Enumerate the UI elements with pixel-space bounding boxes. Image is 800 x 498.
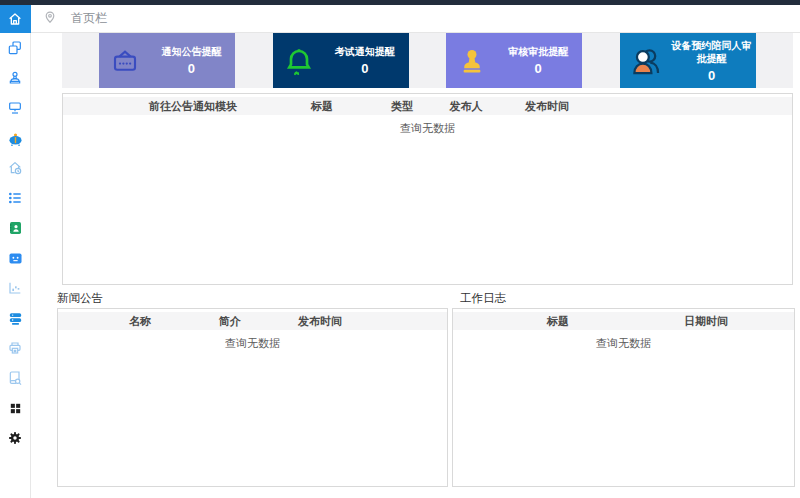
notice-reminder-card[interactable]: 通知公告提醒 0 bbox=[99, 33, 235, 88]
header-title: 标题 bbox=[484, 314, 632, 329]
sidebar-item-monitor[interactable] bbox=[0, 93, 31, 123]
chart-icon bbox=[7, 280, 23, 296]
device-icon bbox=[7, 130, 24, 147]
message-icon bbox=[99, 33, 151, 88]
sidebar-item-device[interactable] bbox=[0, 123, 31, 153]
header-summary: 简介 bbox=[185, 314, 275, 329]
home-clock-icon bbox=[7, 160, 23, 176]
card-label: 考试通知提醒 bbox=[335, 45, 395, 59]
card-value: 0 bbox=[188, 61, 195, 76]
sidebar-item-windows[interactable] bbox=[0, 33, 31, 63]
list-icon bbox=[7, 190, 23, 206]
sidebar-item-grid[interactable] bbox=[0, 393, 31, 423]
grid-icon bbox=[8, 401, 23, 416]
header-name: 名称 bbox=[95, 314, 185, 329]
sidebar-item-server[interactable] bbox=[0, 303, 31, 333]
notice-table-empty-text: 查询无数据 bbox=[63, 121, 792, 136]
stamp-icon bbox=[446, 33, 498, 88]
sidebar-item-contact-book[interactable] bbox=[0, 213, 31, 243]
id-card-icon bbox=[7, 250, 24, 267]
header-publisher: 发布人 bbox=[437, 99, 495, 114]
sidebar-item-chart[interactable] bbox=[0, 273, 31, 303]
book-search-icon bbox=[7, 370, 23, 386]
worklog-section-title: 工作日志 bbox=[460, 291, 506, 306]
worklog-table-panel: 标题 日期时间 查询无数据 bbox=[452, 308, 795, 487]
sidebar-item-book-search[interactable] bbox=[0, 363, 31, 393]
card-value: 0 bbox=[535, 61, 542, 76]
card-label: 通知公告提醒 bbox=[161, 45, 221, 59]
stamp-icon bbox=[7, 70, 23, 86]
sidebar-item-stamp[interactable] bbox=[0, 63, 31, 93]
approval-reminder-card[interactable]: 审核审批提醒 0 bbox=[446, 33, 582, 88]
header-datetime: 日期时间 bbox=[632, 314, 780, 329]
card-value: 0 bbox=[361, 61, 368, 76]
card-label: 审核审批提醒 bbox=[508, 45, 568, 59]
sidebar-item-list[interactable] bbox=[0, 183, 31, 213]
notice-table-header-row: 前往公告通知模块 标题 类型 发布人 发布时间 bbox=[63, 97, 792, 115]
sidebar bbox=[0, 5, 31, 498]
sidebar-item-home[interactable] bbox=[0, 5, 31, 33]
sidebar-item-gear[interactable] bbox=[0, 423, 31, 453]
location-pin-icon bbox=[43, 10, 57, 28]
people-icon bbox=[620, 33, 672, 88]
header-publish-time: 发布时间 bbox=[495, 99, 599, 114]
header-type: 类型 bbox=[367, 99, 437, 114]
equipment-escort-card[interactable]: 设备预约陪同人审批提醒 0 bbox=[620, 33, 756, 88]
news-table-header-row: 名称 简介 发布时间 bbox=[58, 312, 447, 330]
news-table-empty-text: 查询无数据 bbox=[58, 336, 447, 351]
header-title: 标题 bbox=[277, 99, 367, 114]
windows-icon bbox=[7, 40, 23, 56]
contact-book-icon bbox=[7, 220, 23, 236]
printer-icon bbox=[7, 340, 23, 356]
home-icon bbox=[7, 11, 23, 27]
monitor-icon bbox=[7, 100, 23, 116]
worklog-table-empty-text: 查询无数据 bbox=[453, 336, 794, 351]
header-goto-notice-module[interactable]: 前往公告通知模块 bbox=[109, 99, 277, 114]
worklog-table-header-row: 标题 日期时间 bbox=[453, 312, 794, 330]
news-table-panel: 名称 简介 发布时间 查询无数据 bbox=[57, 308, 448, 487]
gear-icon bbox=[7, 430, 23, 446]
notice-table-panel: 前往公告通知模块 标题 类型 发布人 发布时间 查询无数据 bbox=[62, 93, 793, 285]
sidebar-item-printer[interactable] bbox=[0, 333, 31, 363]
card-label: 设备预约陪同人审批提醒 bbox=[672, 39, 752, 66]
bell-icon bbox=[273, 33, 325, 88]
card-value: 0 bbox=[708, 68, 715, 83]
news-section-title: 新闻公告 bbox=[57, 291, 103, 306]
sidebar-item-id-card[interactable] bbox=[0, 243, 31, 273]
header-publish-time: 发布时间 bbox=[275, 314, 365, 329]
page-title: 首页栏 bbox=[71, 10, 107, 27]
topbar: 首页栏 bbox=[31, 5, 800, 33]
exam-reminder-card[interactable]: 考试通知提醒 0 bbox=[273, 33, 409, 88]
stat-cards-strip: 通知公告提醒 0 考试通知提醒 0 审核审批提醒 0 设备预约陪同人审批提醒 0 bbox=[62, 33, 793, 88]
sidebar-item-home-clock[interactable] bbox=[0, 153, 31, 183]
server-icon bbox=[7, 310, 24, 327]
